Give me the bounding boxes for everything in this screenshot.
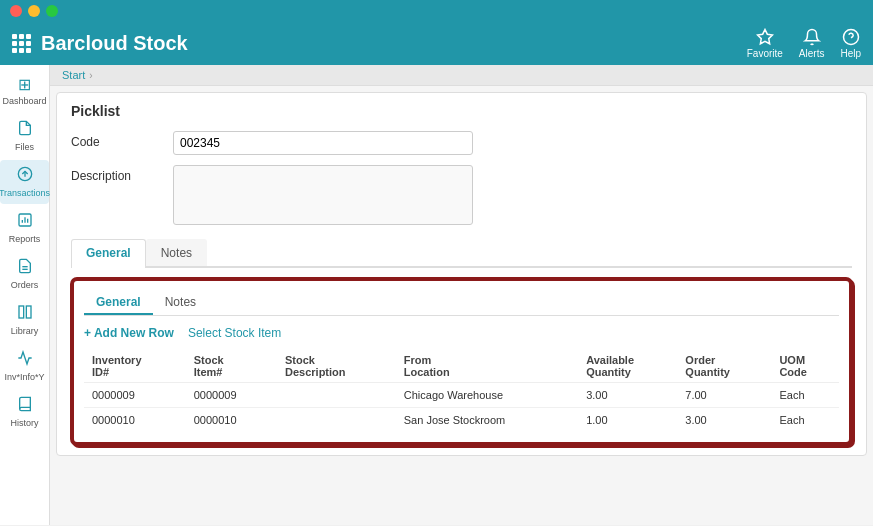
files-icon — [17, 120, 33, 140]
traffic-light-close[interactable] — [10, 5, 22, 17]
favorite-button[interactable]: Favorite — [747, 28, 783, 59]
reports-icon — [17, 212, 33, 232]
app-title: Barcloud Stock — [41, 32, 188, 55]
sidebar-item-invinfo[interactable]: Inv*Info*Y — [0, 344, 49, 388]
data-table: InventoryID# StockItem# StockDescription… — [84, 350, 839, 432]
col-stock-desc: StockDescription — [277, 350, 396, 383]
cell-inventory-id: 0000009 — [84, 383, 186, 408]
inner-tabs-bar: General Notes — [84, 291, 839, 316]
history-icon — [17, 396, 33, 416]
cell-stock-desc — [277, 408, 396, 433]
sidebar-item-orders[interactable]: Orders — [0, 252, 49, 296]
top-nav-left: Barcloud Stock — [12, 32, 188, 55]
top-nav: Barcloud Stock Favorite Alerts Help — [0, 22, 873, 65]
sidebar-item-history[interactable]: History — [0, 390, 49, 434]
col-order-qty: OrderQuantity — [677, 350, 771, 383]
col-stock-item: StockItem# — [186, 350, 277, 383]
sidebar-item-dashboard[interactable]: ⊞ Dashboard — [0, 69, 49, 112]
select-stock-item-button[interactable]: Select Stock Item — [188, 326, 281, 340]
code-input[interactable] — [173, 131, 473, 155]
add-row-bar: + Add New Row Select Stock Item — [84, 326, 839, 340]
svg-rect-12 — [26, 306, 31, 318]
traffic-light-minimize[interactable] — [28, 5, 40, 17]
tab-general[interactable]: General — [71, 239, 146, 268]
sidebar: ⊞ Dashboard Files Transactions Reports — [0, 65, 50, 525]
col-available-qty: AvailableQuantity — [578, 350, 677, 383]
cell-available-qty: 3.00 — [578, 383, 677, 408]
description-textarea[interactable] — [173, 165, 473, 225]
description-label: Description — [71, 165, 161, 183]
library-icon — [17, 304, 33, 324]
tab-notes[interactable]: Notes — [146, 239, 207, 266]
tabs-bar: General Notes — [71, 239, 852, 268]
sidebar-item-library[interactable]: Library — [0, 298, 49, 342]
dashboard-icon: ⊞ — [18, 75, 31, 94]
table-body: 0000009 0000009 Chicago Warehouse 3.00 7… — [84, 383, 839, 433]
sidebar-item-files[interactable]: Files — [0, 114, 49, 158]
breadcrumb: Start › — [50, 65, 873, 86]
traffic-light-maximize[interactable] — [46, 5, 58, 17]
cell-from-location: Chicago Warehouse — [396, 383, 578, 408]
sidebar-item-reports[interactable]: Reports — [0, 206, 49, 250]
code-label: Code — [71, 131, 161, 149]
table-row: 0000009 0000009 Chicago Warehouse 3.00 7… — [84, 383, 839, 408]
main-layout: ⊞ Dashboard Files Transactions Reports — [0, 65, 873, 525]
invinfo-icon — [17, 350, 33, 370]
col-uom-code: UOMCode — [771, 350, 839, 383]
page-content: Picklist Code Description General Notes … — [56, 92, 867, 456]
svg-rect-11 — [19, 306, 24, 318]
cell-order-qty: 7.00 — [677, 383, 771, 408]
cell-from-location: San Jose Stockroom — [396, 408, 578, 433]
grid-icon[interactable] — [12, 34, 31, 53]
cell-available-qty: 1.00 — [578, 408, 677, 433]
add-new-row-button[interactable]: + Add New Row — [84, 326, 174, 340]
col-from-location: FromLocation — [396, 350, 578, 383]
cell-uom-code: Each — [771, 383, 839, 408]
inner-panel: General Notes + Add New Row Select Stock… — [71, 278, 852, 445]
cell-order-qty: 3.00 — [677, 408, 771, 433]
cell-stock-item: 0000010 — [186, 408, 277, 433]
svg-marker-0 — [757, 30, 772, 44]
alerts-button[interactable]: Alerts — [799, 28, 825, 59]
orders-icon — [17, 258, 33, 278]
content-area: Start › Picklist Code Description Genera… — [50, 65, 873, 525]
form-description-row: Description — [71, 165, 852, 225]
cell-inventory-id: 0000010 — [84, 408, 186, 433]
sidebar-item-transactions[interactable]: Transactions — [0, 160, 49, 204]
window-chrome — [0, 0, 873, 22]
col-inventory-id: InventoryID# — [84, 350, 186, 383]
top-nav-right: Favorite Alerts Help — [747, 28, 861, 59]
table-header: InventoryID# StockItem# StockDescription… — [84, 350, 839, 383]
inner-tab-general[interactable]: General — [84, 291, 153, 315]
cell-stock-item: 0000009 — [186, 383, 277, 408]
table-row: 0000010 0000010 San Jose Stockroom 1.00 … — [84, 408, 839, 433]
inner-tab-notes[interactable]: Notes — [153, 291, 208, 315]
cell-uom-code: Each — [771, 408, 839, 433]
breadcrumb-arrow: › — [89, 70, 92, 81]
cell-stock-desc — [277, 383, 396, 408]
page-title: Picklist — [71, 103, 852, 119]
form-code-row: Code — [71, 131, 852, 155]
help-button[interactable]: Help — [840, 28, 861, 59]
transactions-icon — [17, 166, 33, 186]
